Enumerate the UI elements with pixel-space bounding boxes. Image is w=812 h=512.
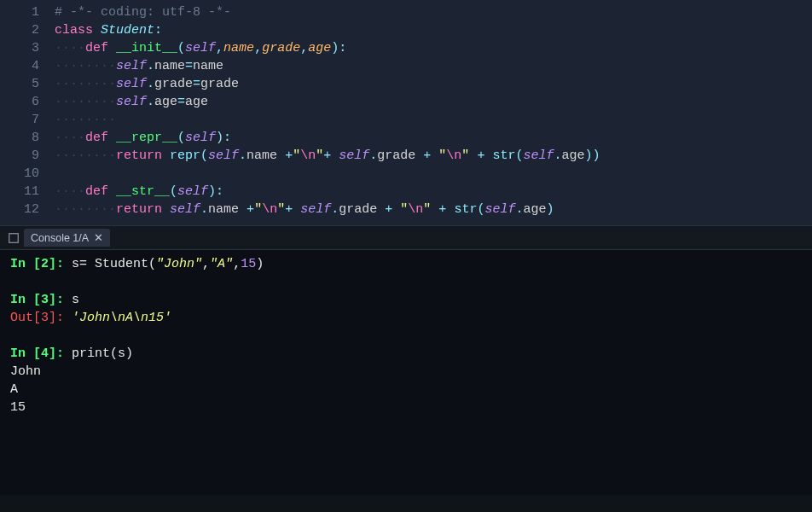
code-content[interactable]: ····def __repr__(self): xyxy=(55,129,231,147)
code-content[interactable]: class Student: xyxy=(55,21,162,39)
code-line[interactable]: 12········return self.name +"\n"+ self.g… xyxy=(0,201,812,218)
line-number: 2 xyxy=(0,21,55,39)
console-tab-bar: Console 1/A ✕ xyxy=(0,226,812,250)
panel-options-icon[interactable] xyxy=(7,231,20,245)
console-stdout-line: 15 xyxy=(10,399,802,416)
code-content[interactable]: ····def __str__(self): xyxy=(55,183,223,201)
code-content[interactable]: ········self.age=age xyxy=(55,93,208,111)
line-number: 12 xyxy=(0,201,55,218)
console-tab-label: Console 1/A xyxy=(31,232,89,244)
line-number: 6 xyxy=(0,93,55,111)
code-content[interactable]: ········return self.name +"\n"+ self.gra… xyxy=(55,201,554,218)
console-panel: Console 1/A ✕ In [2]: s= Student("John",… xyxy=(0,225,812,495)
line-number: 5 xyxy=(0,75,55,93)
console-input-line: In [2]: s= Student("John","A",15) xyxy=(10,255,802,273)
code-content[interactable]: ········return repr(self.name +"\n"+ sel… xyxy=(55,147,600,165)
line-number: 1 xyxy=(0,3,55,21)
line-number: 7 xyxy=(0,111,55,129)
code-content[interactable]: ········self.name=name xyxy=(55,57,223,75)
console-cell: In [2]: s= Student("John","A",15) xyxy=(10,255,802,273)
line-number: 8 xyxy=(0,129,55,147)
code-line[interactable]: 11····def __str__(self): xyxy=(0,183,812,201)
console-body[interactable]: In [2]: s= Student("John","A",15)In [3]:… xyxy=(0,250,812,439)
svg-rect-0 xyxy=(9,233,19,242)
code-editor[interactable]: 1# -*- coding: utf-8 -*-2class Student:3… xyxy=(0,0,812,225)
console-stdout-line: John xyxy=(10,363,802,381)
code-line[interactable]: 5········self.grade=grade xyxy=(0,75,812,93)
code-content[interactable]: ····def __init__(self,name,grade,age): xyxy=(55,39,346,57)
line-number: 10 xyxy=(0,165,55,183)
code-line[interactable]: 8····def __repr__(self): xyxy=(0,129,812,147)
console-input-line: In [4]: print(s) xyxy=(10,345,802,363)
code-line[interactable]: 10 xyxy=(0,165,812,183)
code-line[interactable]: 3····def __init__(self,name,grade,age): xyxy=(0,39,812,57)
code-content[interactable]: ········self.grade=grade xyxy=(55,75,239,93)
console-cell: In [4]: print(s)JohnA15 xyxy=(10,345,802,416)
close-icon[interactable]: ✕ xyxy=(94,231,103,244)
code-content[interactable]: ········ xyxy=(55,111,116,129)
console-tab[interactable]: Console 1/A ✕ xyxy=(24,229,110,247)
code-line[interactable]: 6········self.age=age xyxy=(0,93,812,111)
console-stdout-line: A xyxy=(10,381,802,399)
line-number: 3 xyxy=(0,39,55,57)
line-number: 11 xyxy=(0,183,55,201)
console-cell: In [3]: sOut[3]: 'John\nA\n15' xyxy=(10,291,802,327)
code-line[interactable]: 7········ xyxy=(0,111,812,129)
code-line[interactable]: 9········return repr(self.name +"\n"+ se… xyxy=(0,147,812,165)
code-content[interactable]: # -*- coding: utf-8 -*- xyxy=(55,3,231,21)
line-number: 9 xyxy=(0,147,55,165)
console-input-line: In [3]: s xyxy=(10,291,802,309)
line-number: 4 xyxy=(0,57,55,75)
code-line[interactable]: 2class Student: xyxy=(0,21,812,39)
code-line[interactable]: 1# -*- coding: utf-8 -*- xyxy=(0,3,812,21)
console-output-line: Out[3]: 'John\nA\n15' xyxy=(10,309,802,327)
code-line[interactable]: 4········self.name=name xyxy=(0,57,812,75)
